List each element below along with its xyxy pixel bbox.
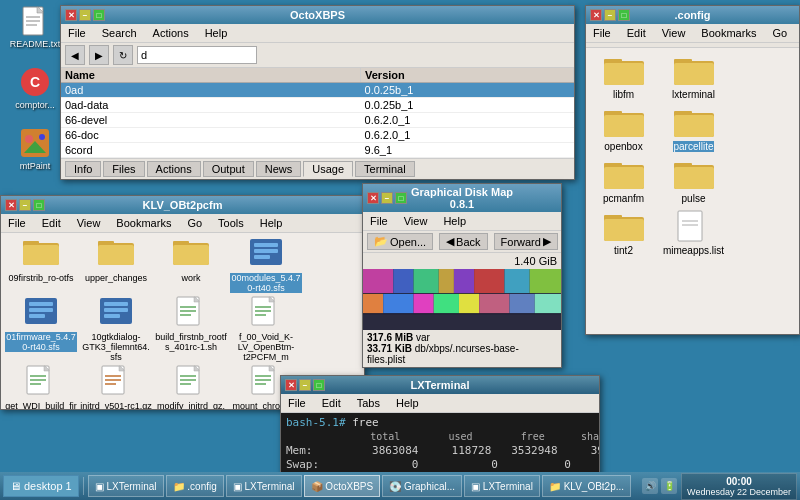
octoxbps-menu-actions[interactable]: Actions [150,26,192,40]
config-max-btn[interactable]: □ [618,9,630,21]
klv-close-btn[interactable]: ✕ [5,199,17,211]
klv-icon-10gtkdialog-GTK3-filemnt64-sfs[interactable]: 10gtkdialog-GTK3_filemnt64.sfs [80,296,152,362]
gdm-close-btn[interactable]: ✕ [367,192,379,204]
gdm-forward-btn[interactable]: Forward ▶ [494,233,558,250]
klv-min-btn[interactable]: − [19,199,31,211]
taskbar-btn-gdm[interactable]: 💽 Graphical... [382,475,462,497]
desktop-icon-readme[interactable]: README.txt [5,5,65,49]
octoxbps-menu-file[interactable]: File [65,26,89,40]
config-folder-icon [674,209,714,243]
klv-icon-f-00-Void-K-LV-OpenBtm-t2PCFM-m[interactable]: f_00_Void_K-LV_OpenBtm-t2PCFM_m [230,296,302,362]
klv-menu-view[interactable]: View [74,216,104,230]
klv-menu-file[interactable]: File [5,216,29,230]
gdm-open-btn[interactable]: 📂 Open... [367,233,433,250]
gdm-max-btn[interactable]: □ [395,192,407,204]
svg-rect-112 [474,269,504,293]
config-icon-parcellite[interactable]: parcellite [661,105,726,152]
config-menu-bookmarks[interactable]: Bookmarks [698,26,759,40]
pkg-version-cell: 0.0.25b_1 [361,83,574,98]
klv-menu-go[interactable]: Go [184,216,205,230]
desktop-icon-comptor[interactable]: C comptor... [5,66,65,110]
tray-icon-vol[interactable]: 🔋 [661,478,677,494]
taskbar-btn-lxterm1[interactable]: ▣ LXTerminal [88,475,164,497]
taskbar-btn-lxterm3[interactable]: ▣ LXTerminal [464,475,540,497]
config-icon-openbox[interactable]: openbox [591,105,656,152]
klv-menu-help[interactable]: Help [257,216,286,230]
octoxbps-max-btn[interactable]: □ [93,9,105,21]
term-line-1: bash-5.1# free [286,416,594,430]
config-menu-edit[interactable]: Edit [624,26,649,40]
config-close-btn[interactable]: ✕ [590,9,602,21]
tab-info[interactable]: Info [65,161,101,177]
tab-actions[interactable]: Actions [147,161,201,177]
taskbar-btn-lxterm2[interactable]: ▣ LXTerminal [226,475,302,497]
gdm-back-btn[interactable]: ◀ Back [439,233,487,250]
octoxbps-menu-help[interactable]: Help [202,26,231,40]
table-row[interactable]: 66-devel0.6.2.0_1 [61,113,574,128]
config-icon-libfm[interactable]: libfm [591,53,656,100]
table-row[interactable]: 66-doc0.6.2.0_1 [61,128,574,143]
lxterm-menu-tabs[interactable]: Tabs [354,396,383,410]
tab-output[interactable]: Output [203,161,254,177]
config-icon-lxterminal[interactable]: lxterminal [661,53,726,100]
gdm-visualization[interactable] [363,269,561,330]
klv-icon-00modules-5-4-70-rt40-sfs[interactable]: 00modules_5.4.70-rt40.sfs [230,237,302,293]
octoxbps-menu-search[interactable]: Search [99,26,140,40]
taskbar-btn-config[interactable]: 📁 .config [166,475,224,497]
klv-menu-bookmarks[interactable]: Bookmarks [113,216,174,230]
lxterm-menu-file[interactable]: File [285,396,309,410]
lxterm-min-btn[interactable]: − [299,379,311,391]
klv-icon-build-firstnb-rootfs-401rc-1-sh[interactable]: build_firstnb_rootfs_401rc-1.sh [155,296,227,362]
octoxbps-refresh-btn[interactable]: ↻ [113,45,133,65]
octoxbps-search-input[interactable] [137,46,257,64]
klv-icon-work[interactable]: work [155,237,227,293]
tab-news[interactable]: News [256,161,302,177]
config-titlebar: ✕ − □ .config [586,6,799,24]
klv-icon-initrd-v501-rc1-gz[interactable]: initrd_v501-rc1.gz [80,365,152,409]
lxterm-max-btn[interactable]: □ [313,379,325,391]
tab-usage[interactable]: Usage [303,161,353,177]
config-icon-pulse[interactable]: pulse [661,157,726,204]
lxterm-menu-help[interactable]: Help [393,396,422,410]
desktop-icon-mtpaint[interactable]: mtPaint [5,127,65,171]
taskbar-btn-octoxbps[interactable]: 📦 OctoXBPS [304,475,381,497]
klv-icon-modify-initrd-gz-sh[interactable]: modify_initrd_gz.sh [155,365,227,409]
tab-terminal[interactable]: Terminal [355,161,415,177]
config-icon-tint2[interactable]: tint2 [591,209,656,256]
octoxbps-fwd-btn[interactable]: ▶ [89,45,109,65]
table-row[interactable]: 6cord9.6_1 [61,143,574,158]
config-icon-label: libfm [613,89,634,100]
lxterm-close-btn[interactable]: ✕ [285,379,297,391]
tray-icon-net[interactable]: 🔊 [642,478,658,494]
octoxbps-close-btn[interactable]: ✕ [65,9,77,21]
config-min-btn[interactable]: − [604,9,616,21]
config-title: .config [630,9,755,21]
gdm-menu-view[interactable]: View [401,214,431,228]
gdm-min-btn[interactable]: − [381,192,393,204]
config-menu-go[interactable]: Go [769,26,790,40]
tab-files[interactable]: Files [103,161,144,177]
klv-icon-upper-changes[interactable]: upper_changes [80,237,152,293]
svg-rect-111 [454,269,474,293]
klv-icon-01firmware-5-4-70-rt40-sfs[interactable]: 01firmware_5.4.70-rt40.sfs [5,296,77,362]
octoxbps-back-btn[interactable]: ◀ [65,45,85,65]
taskbar-btn-klv[interactable]: 📁 KLV_OBt2p... [542,475,631,497]
klv-menu-tools[interactable]: Tools [215,216,247,230]
klv-menu-edit[interactable]: Edit [39,216,64,230]
lxterm-menu-edit[interactable]: Edit [319,396,344,410]
klv-max-btn[interactable]: □ [33,199,45,211]
svg-rect-40 [98,245,134,265]
klv-icon-get-WDI-build-firstrib-r-otfs-401r[interactable]: get_WDI_build_firstrib_r-otfs_401r [5,365,77,409]
config-menu-file[interactable]: File [590,26,614,40]
octoxbps-min-btn[interactable]: − [79,9,91,21]
klv-icon-09firstrib-ro-otfs[interactable]: 09firstrib_ro-otfs [5,237,77,293]
config-icon-pcmanfm[interactable]: pcmanfm [591,157,656,204]
taskbar-start-btn[interactable]: 🖥 desktop 1 [3,475,79,497]
config-icon-mimeapps-list[interactable]: mimeapps.list [661,209,726,256]
gdm-menu-file[interactable]: File [367,214,391,228]
table-row[interactable]: 0ad0.0.25b_1 [61,83,574,98]
svg-rect-108 [393,269,413,293]
gdm-menu-help[interactable]: Help [440,214,469,228]
config-menu-view[interactable]: View [659,26,689,40]
table-row[interactable]: 0ad-data0.0.25b_1 [61,98,574,113]
